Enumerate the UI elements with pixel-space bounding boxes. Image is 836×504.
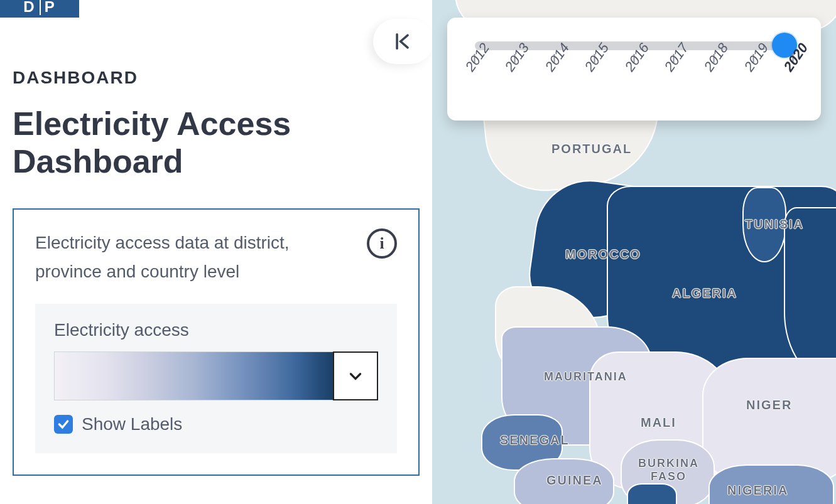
- year-tick-2018[interactable]: 2018: [696, 54, 732, 82]
- year-tick-2019[interactable]: 2019: [736, 54, 771, 82]
- label-morocco: MOROCCO: [565, 247, 641, 262]
- collapse-sidebar-button[interactable]: [373, 19, 433, 64]
- year-slider-ticks: 201220132014201520162017201820192020: [475, 54, 793, 100]
- year-slider-card: 201220132014201520162017201820192020: [447, 18, 821, 121]
- year-tick-2015[interactable]: 2015: [577, 54, 612, 82]
- app-root: D P DASHBOARD Electricity Access Dashboa…: [0, 0, 836, 504]
- label-portugal: PORTUGAL: [551, 142, 632, 156]
- label-tunisia: TUNISIA: [745, 217, 804, 232]
- map-canvas[interactable]: PORTUGALTUNISIAMOROCCOALGERIAMAURITANIAN…: [432, 0, 836, 504]
- info-button[interactable]: i: [367, 228, 397, 259]
- checkbox-checked-icon: [54, 415, 73, 434]
- collapse-icon: [393, 31, 414, 52]
- label-mali: MALI: [641, 416, 676, 430]
- info-icon: i: [379, 234, 384, 253]
- year-tick-2014[interactable]: 2014: [536, 54, 572, 82]
- show-labels-toggle[interactable]: Show Labels: [54, 414, 378, 434]
- legend-gradient: [54, 351, 333, 400]
- page-title: Electricity Access Dashboard: [13, 105, 420, 181]
- sidebar: D P DASHBOARD Electricity Access Dashboa…: [0, 0, 432, 504]
- label-niger: NIGER: [746, 398, 792, 412]
- legend-box: Electricity access Show La: [35, 304, 397, 453]
- logo-left: D: [23, 0, 35, 16]
- label-algeria: ALGERIA: [672, 286, 737, 301]
- panel-header: Electricity access data at district, pro…: [35, 228, 397, 286]
- label-nigeria: NIGERIA: [727, 483, 788, 498]
- legend-title: Electricity access: [54, 320, 378, 340]
- show-labels-label: Show Labels: [82, 414, 182, 434]
- logo-divider: [40, 0, 41, 15]
- legend-expand-button[interactable]: [333, 351, 378, 400]
- region-ghana[interactable]: [627, 483, 677, 504]
- breadcrumb: DASHBOARD: [13, 68, 420, 88]
- label-guinea: GUINEA: [546, 473, 603, 488]
- logo: D P: [0, 0, 79, 18]
- year-tick-2020[interactable]: 2020: [776, 54, 812, 82]
- year-tick-2013[interactable]: 2013: [497, 54, 533, 82]
- legend-row: [54, 351, 378, 400]
- panel-description: Electricity access data at district, pro…: [35, 228, 354, 286]
- year-tick-2017[interactable]: 2017: [656, 54, 692, 82]
- settings-panel: Electricity access data at district, pro…: [13, 208, 420, 476]
- label-burkina-faso: BURKINAFASO: [638, 457, 699, 483]
- chevron-down-icon: [347, 368, 364, 384]
- label-senegal: SENEGAL: [500, 433, 570, 448]
- label-mauritania: MAURITANIA: [544, 370, 627, 383]
- year-tick-2012[interactable]: 2012: [457, 54, 493, 82]
- year-tick-2016[interactable]: 2016: [616, 54, 652, 82]
- logo-right: P: [45, 0, 56, 16]
